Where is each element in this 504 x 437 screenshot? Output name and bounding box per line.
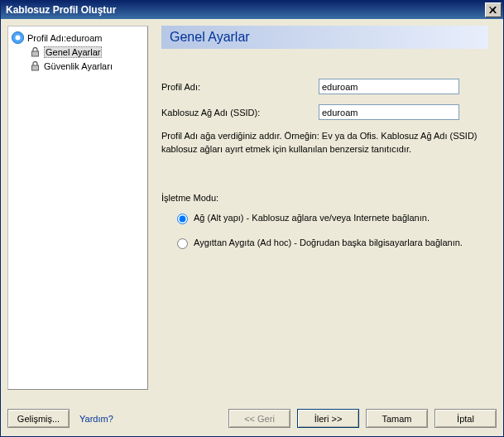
profile-name-input[interactable] bbox=[319, 79, 459, 94]
back-button[interactable]: << Geri bbox=[228, 409, 290, 428]
section-heading: Genel Ayarlar bbox=[161, 26, 488, 49]
main-panel: Genel Ayarlar Profil Adı: Kablosuz Ağ Ad… bbox=[153, 26, 497, 390]
description-text: Profil Adı ağa verdiğiniz addır. Örneğin… bbox=[161, 130, 488, 156]
operating-mode-label: İşletme Modu: bbox=[161, 193, 488, 203]
tree-item-security[interactable]: Güvenlik Ayarları bbox=[30, 60, 144, 73]
button-bar: Gelişmiş... Yardım? << Geri İleri >> Tam… bbox=[7, 409, 497, 428]
ok-button[interactable]: Tamam bbox=[366, 409, 428, 428]
ssid-label: Kablosuz Ağ Adı (SSID): bbox=[161, 108, 319, 118]
tree-item-label: Güvenlik Ayarları bbox=[44, 61, 113, 71]
tree-root-label: Profil Adı:eduroam bbox=[27, 33, 103, 43]
tree-root[interactable]: Profil Adı:eduroam bbox=[12, 31, 144, 44]
tree-item-general[interactable]: Genel Ayarlar bbox=[30, 46, 144, 59]
radio-infrastructure-input[interactable] bbox=[177, 214, 188, 224]
window-title: Kablosuz Profil Oluştur bbox=[6, 4, 485, 16]
radio-label: Aygıttan Aygıta (Ad hoc) - Doğrudan başk… bbox=[194, 238, 463, 247]
svg-point-1 bbox=[16, 36, 21, 41]
ssid-input[interactable] bbox=[319, 104, 459, 120]
lock-icon bbox=[30, 47, 41, 58]
radio-label: Ağ (Alt yapı) - Kablosuz ağlara ve/veya … bbox=[194, 213, 430, 223]
next-button[interactable]: İleri >> bbox=[297, 409, 359, 428]
radio-adhoc[interactable]: Aygıttan Aygıta (Ad hoc) - Doğrudan başk… bbox=[173, 236, 488, 249]
navigation-tree: Profil Adı:eduroam Genel Ayarlar Güvenli… bbox=[7, 26, 148, 390]
radio-adhoc-input[interactable] bbox=[177, 238, 188, 249]
advanced-button[interactable]: Gelişmiş... bbox=[7, 409, 70, 428]
svg-rect-3 bbox=[32, 65, 39, 70]
svg-rect-2 bbox=[32, 51, 39, 56]
help-link[interactable]: Yardım? bbox=[79, 414, 113, 424]
tree-item-label: Genel Ayarlar bbox=[44, 46, 102, 58]
close-button[interactable] bbox=[485, 2, 502, 17]
profile-name-label: Profil Adı: bbox=[161, 82, 319, 92]
lock-icon bbox=[30, 61, 41, 72]
title-bar: Kablosuz Profil Oluştur bbox=[1, 1, 503, 19]
radio-infrastructure[interactable]: Ağ (Alt yapı) - Kablosuz ağlara ve/veya … bbox=[173, 211, 488, 224]
cancel-button[interactable]: İptal bbox=[434, 409, 497, 428]
close-icon bbox=[489, 7, 497, 13]
profile-root-icon bbox=[12, 31, 24, 44]
